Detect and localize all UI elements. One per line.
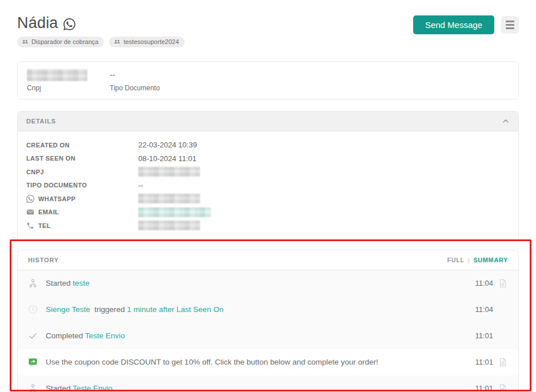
detail-label: WHATSAPP [38, 195, 75, 202]
automation-link[interactable]: Teste Envio [85, 331, 125, 340]
phone-icon [26, 222, 34, 230]
note-icon[interactable] [498, 358, 508, 367]
view-toggle-separator: | [468, 257, 470, 263]
detail-row-created-on: CREATED ON 22-03-2024 10:39 [26, 138, 510, 152]
event-time: 11:04 [475, 279, 493, 287]
check-icon [28, 331, 38, 341]
automation-icon [28, 278, 38, 288]
cnpj-summary-field: Cnpj [27, 69, 110, 92]
event-time: 11:01 [475, 384, 493, 392]
detail-label: CREATED ON [26, 142, 138, 149]
history-event-text: Use the coupon code DISCOUNT to get 10% … [46, 358, 468, 366]
details-card: DETAILS CREATED ON 22-03-2024 10:39 LAST… [17, 111, 519, 241]
tag-list: Disparador de cobrança testesosuporte202… [17, 37, 185, 47]
redacted-cnpj-value [27, 69, 87, 81]
automation-link[interactable]: Sienge Teste [46, 305, 90, 314]
summary-card: Cnpj -- Tipo Documento [17, 61, 519, 99]
trigger-link[interactable]: 1 minute after Last Seen On [127, 305, 223, 314]
detail-row-cnpj: CNPJ [26, 165, 510, 179]
tag-label: Disparador de cobrança [31, 38, 98, 45]
detail-row-tipo-documento: TIPO DOCUMENTO -- [26, 179, 510, 193]
clock-icon [28, 305, 38, 314]
event-time: 11:01 [475, 331, 493, 340]
detail-label: LAST SEEN ON [26, 155, 138, 162]
history-card: HISTORY FULL | SUMMARY Started teste 11:… [17, 250, 519, 392]
hamburger-icon [506, 21, 514, 22]
history-event-text: Started Teste Envio [46, 384, 468, 392]
tipo-documento-value: -- [110, 69, 160, 81]
contact-header: Nádia Disparador de cobrança testesosupo… [17, 14, 185, 47]
details-title: DETAILS [26, 118, 56, 125]
email-icon [26, 208, 34, 216]
message-icon [28, 357, 38, 367]
tag-label: testesosuporte2024 [123, 38, 179, 45]
redacted-cnpj-value [138, 167, 200, 177]
detail-label: TEL [38, 222, 51, 229]
redacted-email-value [138, 207, 211, 217]
detail-row-whatsapp: WHATSAPP [26, 192, 510, 206]
automation-link[interactable]: teste [73, 279, 89, 287]
history-row-completed[interactable]: Completed Teste Envio 11:01 [18, 323, 518, 349]
history-view-toggle: FULL | SUMMARY [447, 257, 508, 263]
header-actions: Send Message [413, 15, 519, 34]
detail-value: 08-10-2024 11:01 [138, 154, 197, 163]
automation-icon [28, 383, 38, 392]
top-bar: Nádia Disparador de cobrança testesosupo… [17, 14, 519, 47]
contact-name: Nádia [17, 14, 58, 32]
contacts-icon [114, 38, 121, 45]
tag-chip[interactable]: testesosuporte2024 [109, 37, 185, 47]
details-header[interactable]: DETAILS [18, 111, 518, 131]
history-row-started-teste[interactable]: Started teste 11:04 [18, 270, 518, 297]
automation-link[interactable]: Teste Envio [73, 384, 113, 392]
history-row-message[interactable]: Use the coupon code DISCOUNT to get 10% … [18, 349, 518, 375]
detail-label: EMAIL [38, 209, 59, 215]
note-icon[interactable] [498, 279, 508, 288]
note-icon[interactable] [498, 384, 508, 392]
history-header: HISTORY FULL | SUMMARY [18, 250, 518, 270]
event-time: 11:04 [475, 305, 493, 314]
tipo-documento-summary-field: -- Tipo Documento [110, 69, 160, 92]
tipo-documento-summary-label: Tipo Documento [110, 84, 160, 92]
history-event-text: Sienge Teste triggered 1 minute after La… [46, 305, 468, 314]
redacted-whatsapp-value [138, 194, 200, 203]
history-event-text: Completed Teste Envio [46, 331, 468, 340]
history-row-started-teste-envio[interactable]: Started Teste Envio 11:01 [18, 375, 518, 392]
detail-row-tel: TEL [26, 219, 510, 233]
detail-value: 22-03-2024 10:39 [138, 141, 197, 149]
history-row-sienge-trigger[interactable]: Sienge Teste triggered 1 minute after La… [18, 297, 518, 323]
history-title: HISTORY [28, 257, 59, 263]
contact-detail-page: Nádia Disparador de cobrança testesosupo… [0, 0, 536, 392]
whatsapp-icon [26, 195, 34, 203]
view-summary-button[interactable]: SUMMARY [473, 257, 508, 263]
view-full-button[interactable]: FULL [447, 257, 465, 263]
detail-value: -- [138, 181, 143, 190]
cnpj-summary-label: Cnpj [27, 84, 110, 92]
detail-row-email: EMAIL [26, 206, 510, 219]
details-body: CREATED ON 22-03-2024 10:39 LAST SEEN ON… [18, 131, 518, 241]
hamburger-menu-button[interactable] [501, 16, 519, 34]
whatsapp-icon[interactable] [63, 17, 75, 30]
detail-label: TIPO DOCUMENTO [26, 182, 138, 189]
detail-row-last-seen-on: LAST SEEN ON 08-10-2024 11:01 [26, 152, 510, 166]
tag-chip[interactable]: Disparador de cobrança [17, 37, 104, 47]
history-event-text: Started teste [46, 279, 468, 287]
chevron-up-icon[interactable] [502, 117, 510, 125]
redacted-tel-value [138, 221, 200, 230]
detail-label: CNPJ [26, 169, 138, 175]
send-message-button[interactable]: Send Message [413, 15, 494, 34]
contacts-icon [22, 38, 29, 45]
event-time: 11:01 [475, 358, 493, 366]
